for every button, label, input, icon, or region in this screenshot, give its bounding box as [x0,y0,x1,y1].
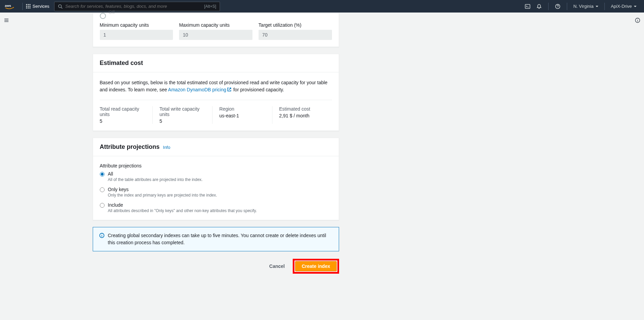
divider [604,3,605,10]
action-buttons: Cancel Create index [93,259,339,274]
services-menu-button[interactable]: Services [26,4,49,9]
radio-off-icon[interactable] [100,13,106,19]
write-capacity-label: Total write capacity units [159,106,205,117]
projections-label: Attribute projections [100,163,332,168]
top-nav: aws Services [Alt+S] N. Virginia ApiX-Dr… [0,0,644,13]
radio-all[interactable] [100,172,105,177]
external-link-icon [227,87,231,94]
cost-description: Based on your settings, below is the tot… [100,79,332,94]
cloudshell-button[interactable] [522,2,533,11]
region-label: Region [219,106,265,112]
svg-point-5 [558,7,558,7]
aws-logo[interactable]: aws [5,3,15,9]
account-label: ApiX-Drive [611,4,632,9]
option-all-title: All [108,171,203,177]
account-selector[interactable]: ApiX-Drive [608,4,639,9]
help-button[interactable] [552,2,563,11]
info-icon [99,233,105,238]
max-capacity-label: Maximum capacity units [179,22,252,28]
create-index-button[interactable]: Create index [295,261,336,271]
target-util-label: Target utilization (%) [259,22,332,28]
svg-line-2 [61,7,62,8]
option-include-title: Include [108,202,257,208]
option-keys-title: Only keys [108,187,217,192]
grid-icon [26,4,30,8]
cost-table: Total read capacity units 5 Total write … [100,100,332,124]
caret-down-icon [596,6,598,7]
estimated-cost-value: 2,91 $ / month [279,113,325,118]
main-content: Off Minimum capacity units Maximum capac… [68,13,576,287]
read-capacity-value: 5 [100,118,146,124]
estimated-cost-label: Estimated cost [279,106,325,112]
projections-title: Attribute projections [100,143,160,151]
side-nav-toggle[interactable] [2,16,11,25]
projection-option-keys[interactable]: Only keys Only the index and primary key… [100,187,332,198]
search-shortcut: [Alt+S] [204,4,216,9]
svg-rect-3 [525,4,530,8]
option-all-desc: All of the table attributes are projecte… [108,177,203,182]
radio-keys[interactable] [100,187,105,192]
projection-option-include[interactable]: Include All attributes described in "Onl… [100,202,332,213]
nav-right: N. Virginia ApiX-Drive [522,2,639,11]
info-panel-toggle[interactable] [633,16,642,25]
svg-text:aws: aws [5,3,11,7]
region-selector[interactable]: N. Virginia [571,4,601,9]
read-capacity-label: Total read capacity units [100,106,146,117]
estimated-cost-panel: Estimated cost Based on your settings, b… [93,54,339,131]
off-label: Off [109,9,115,15]
highlight-annotation: Create index [293,259,339,274]
caret-down-icon [634,6,637,7]
cancel-button[interactable]: Cancel [266,261,288,271]
svg-point-1 [59,4,62,7]
search-icon [58,4,63,9]
search-box[interactable]: [Alt+S] [54,2,220,11]
write-capacity-value: 5 [159,118,205,124]
info-alert: Creating global secondary indexes can ta… [93,227,339,251]
estimated-cost-title: Estimated cost [100,60,143,67]
radio-include[interactable] [100,203,105,208]
option-keys-desc: Only the index and primary keys are proj… [108,193,217,198]
option-include-desc: All attributes described in "Only keys" … [108,208,257,213]
svg-point-14 [102,234,102,234]
svg-point-10 [637,19,638,19]
min-capacity-input [100,30,173,40]
capacity-panel: Off Minimum capacity units Maximum capac… [93,13,339,47]
projection-option-all[interactable]: All All of the table attributes are proj… [100,171,332,182]
search-input[interactable] [65,4,204,9]
max-capacity-input [179,30,252,40]
divider [22,3,23,10]
autoscaling-toggle-off: Off [93,13,339,22]
target-util-input [259,30,332,40]
info-link[interactable]: Info [163,145,171,150]
services-label: Services [32,4,49,9]
alert-text: Creating global secondary indexes can ta… [108,232,333,246]
divider [567,3,567,10]
pricing-link[interactable]: Amazon DynamoDB pricing [168,87,232,92]
region-label: N. Virginia [573,4,594,9]
notifications-button[interactable] [533,2,545,11]
attribute-projections-panel: Attribute projections Info Attribute pro… [93,138,339,220]
min-capacity-label: Minimum capacity units [100,22,173,28]
region-value: us-east-1 [219,113,265,118]
divider [548,3,549,10]
